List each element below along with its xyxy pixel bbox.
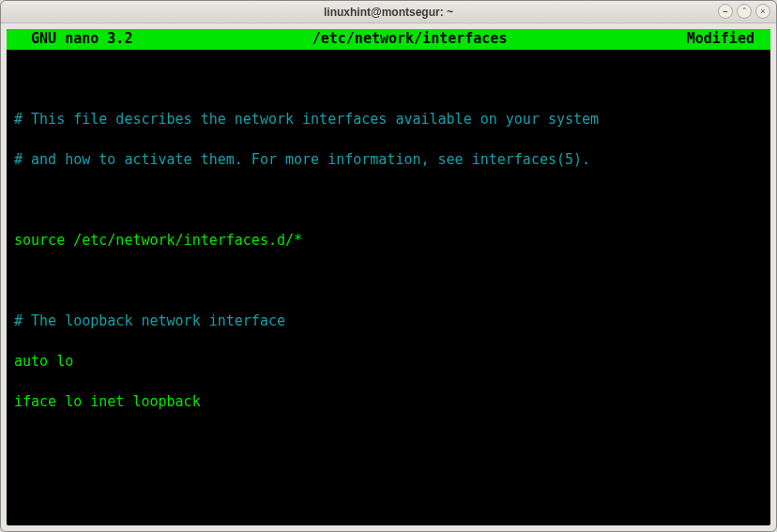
window-controls: ‒ ˄ ×: [718, 4, 770, 19]
line: [14, 433, 763, 453]
editor-body[interactable]: # This file describes the network interf…: [7, 50, 770, 526]
maximize-button[interactable]: ˄: [737, 4, 752, 19]
line-comment: # This file describes the network interf…: [14, 110, 763, 130]
titlebar[interactable]: linuxhint@montsegur: ~ ‒ ˄ ×: [1, 1, 776, 23]
nano-status: Modified: [687, 29, 763, 50]
line-comment: # The loopback network interface: [14, 312, 763, 332]
nano-app-name: GNU nano 3.2: [14, 29, 132, 50]
line: auto lo: [14, 352, 763, 372]
line: [14, 190, 763, 211]
line-comment: # and how to activate them. For more inf…: [14, 150, 763, 171]
line: iface lo inet loopback: [14, 392, 763, 413]
line: [14, 69, 763, 90]
line: [14, 513, 763, 525]
line: [14, 271, 763, 292]
line: [14, 473, 763, 494]
nano-filename: /etc/network/interfaces: [312, 29, 508, 50]
nano-header: GNU nano 3.2 /etc/network/interfaces Mod…: [7, 29, 770, 50]
window-title: linuxhint@montsegur: ~: [324, 6, 453, 19]
terminal-window: linuxhint@montsegur: ~ ‒ ˄ × GNU nano 3.…: [0, 0, 777, 532]
line: source /etc/network/interfaces.d/*: [14, 231, 763, 251]
terminal-viewport[interactable]: GNU nano 3.2 /etc/network/interfaces Mod…: [7, 29, 770, 525]
close-button[interactable]: ×: [755, 4, 770, 19]
minimize-button[interactable]: ‒: [718, 4, 733, 19]
